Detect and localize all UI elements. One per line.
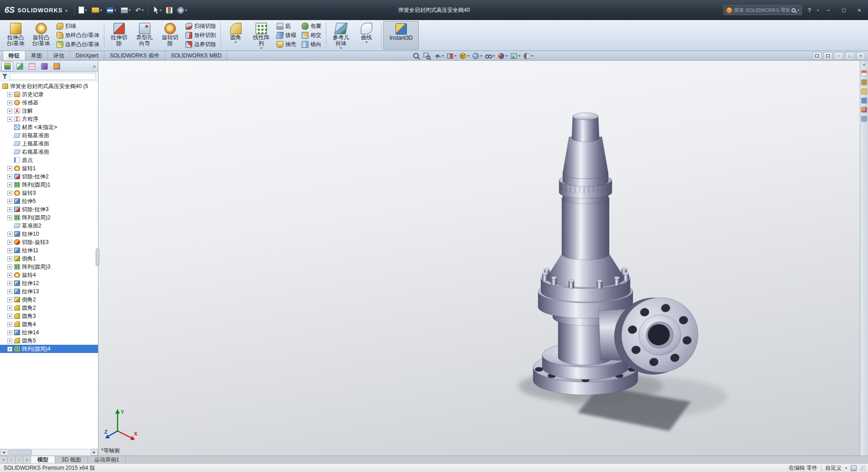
tab-motion-study[interactable]: 运动算例1 <box>88 456 126 463</box>
close-button[interactable]: × <box>853 5 865 15</box>
tree-item[interactable]: 上视基准面 <box>0 140 98 148</box>
doc-restore-button[interactable]: □ <box>845 52 854 60</box>
tree-item[interactable]: 原点 <box>0 156 98 164</box>
app-logo[interactable]: ϐS SOLIDWORKS ▸ <box>0 0 72 20</box>
caret-down-icon[interactable]: ▾ <box>519 54 520 58</box>
expand-icon[interactable]: + <box>7 191 12 196</box>
appearances-icon[interactable] <box>861 107 867 113</box>
tab-propertymanager[interactable] <box>14 62 26 71</box>
caret-down-icon[interactable]: ▾ <box>442 54 444 58</box>
nav-next-button[interactable]: › <box>15 456 23 463</box>
doc-minimize-button[interactable]: − <box>834 52 843 60</box>
apply-scene-button[interactable]: ▾ <box>509 52 521 61</box>
tree-item[interactable]: +拉伸12 <box>0 279 98 287</box>
nav-last-button[interactable]: » <box>23 456 31 463</box>
solidworks-resources-icon[interactable] <box>861 70 867 76</box>
intersect-button[interactable]: 相交 <box>300 31 323 40</box>
sweep-cut-button[interactable]: 扫描切除 <box>184 22 218 31</box>
tab-displaymanager[interactable] <box>51 62 62 71</box>
tree-item[interactable]: +切除-拉伸2 <box>0 172 98 181</box>
tree-item[interactable]: +传感器 <box>0 99 98 107</box>
tree-item[interactable]: +A注解 <box>0 107 98 115</box>
tree-item[interactable]: 基准面2 <box>0 222 98 230</box>
caret-down-icon[interactable]: ▾ <box>365 41 367 44</box>
expand-icon[interactable]: + <box>7 248 12 253</box>
linear-pattern-button[interactable]: 线性阵列▾ <box>248 21 274 50</box>
tree-item[interactable]: +Σ方程序 <box>0 115 98 123</box>
tree-item-selected[interactable]: +阵列(圆周)4 <box>0 345 98 353</box>
tab-dimxpertmanager[interactable] <box>38 62 50 71</box>
view-orientation-button[interactable]: ▾ <box>458 52 470 61</box>
open-button[interactable]: ▾ <box>90 6 104 14</box>
tree-item[interactable]: +圆角5 <box>0 337 98 345</box>
tree-item[interactable]: +拉伸14 <box>0 328 98 337</box>
tab-addins[interactable]: SOLIDWORKS 插件 <box>104 51 165 60</box>
file-explorer-icon[interactable] <box>861 88 867 94</box>
doc-close-button[interactable]: × <box>856 52 865 60</box>
expand-icon[interactable]: + <box>7 273 12 278</box>
expand-icon[interactable]: + <box>7 297 12 302</box>
expand-icon[interactable]: + <box>7 117 12 122</box>
expand-icon[interactable]: + <box>7 306 12 311</box>
sweep-button[interactable]: 扫描 <box>55 22 101 31</box>
tab-dimxpert[interactable]: DimXpert <box>70 51 104 60</box>
expand-icon[interactable]: + <box>7 289 12 294</box>
help-button[interactable]: ? <box>806 6 813 15</box>
options-button[interactable]: ▾ <box>175 5 189 15</box>
expand-icon[interactable]: + <box>7 265 12 270</box>
search-input[interactable] <box>734 7 790 13</box>
tree-item[interactable]: +拉伸11 <box>0 246 98 254</box>
tab-sketch[interactable]: 草图 <box>26 51 48 60</box>
panel-horizontal-scrollbar[interactable]: ◀ ▶ <box>0 449 98 456</box>
reference-geometry-button[interactable]: 参考几何体▾ <box>328 21 354 50</box>
expand-icon[interactable]: + <box>7 314 12 319</box>
task-pane-expand-chevron[interactable]: « <box>863 62 866 67</box>
tree-item[interactable]: +圆角4 <box>0 320 98 328</box>
tree-item[interactable]: +阵列(圆周)3 <box>0 263 98 271</box>
panel-splitter[interactable] <box>96 249 99 266</box>
minimize-button[interactable]: − <box>822 5 834 15</box>
custom-label[interactable]: 自定义 <box>825 464 842 472</box>
hole-wizard-button[interactable]: 异型孔向导 <box>132 21 157 50</box>
tree-item[interactable]: +拉伸10 <box>0 230 98 238</box>
tree-item[interactable]: 右视基准面 <box>0 148 98 156</box>
rebuild-button[interactable] <box>164 5 175 15</box>
scroll-right-button[interactable]: ▶ <box>91 449 98 456</box>
caret-down-icon[interactable]: ▾ <box>506 54 508 58</box>
tree-item[interactable]: +历史记录 <box>0 90 98 99</box>
expand-icon[interactable]: + <box>7 166 12 171</box>
extrude-cut-button[interactable]: 拉伸切除 <box>106 21 132 50</box>
loft-cut-button[interactable]: 放样切割 <box>184 31 218 40</box>
tree-item[interactable]: 材质 <未指定> <box>0 123 98 131</box>
shell-button[interactable]: 抽壳 <box>275 40 298 49</box>
zoom-to-fit-button[interactable] <box>411 52 421 61</box>
extrude-boss-button[interactable]: 拉伸凸台/基体 <box>3 21 28 50</box>
tab-configurationmanager[interactable] <box>26 62 38 71</box>
mirror-button[interactable]: 镜向 <box>300 40 323 49</box>
caret-down-icon[interactable]: ▾ <box>480 54 482 58</box>
expand-icon[interactable]: + <box>7 100 12 105</box>
expand-icon[interactable]: + <box>7 330 12 335</box>
custom-properties-icon[interactable] <box>861 116 867 122</box>
expand-icon[interactable]: + <box>7 232 12 237</box>
tree-item[interactable]: +倒角2 <box>0 296 98 304</box>
graphics-viewport[interactable]: Y X Z *等轴测 <box>98 61 860 456</box>
display-style-button[interactable]: ▾ <box>471 52 483 61</box>
tree-item[interactable]: +切除-拉伸3 <box>0 205 98 213</box>
tab-features[interactable]: 特征 <box>3 51 26 60</box>
curves-button[interactable]: 曲线▾ <box>354 21 379 50</box>
custom-caret-icon[interactable]: ▾ <box>845 466 847 470</box>
expand-icon[interactable]: + <box>7 240 12 245</box>
view-palette-icon[interactable] <box>861 98 867 104</box>
save-button[interactable]: ▾ <box>105 5 118 15</box>
print-button[interactable]: ▾ <box>119 6 133 15</box>
edit-appearance-button[interactable]: ▾ <box>496 52 508 61</box>
tree-item[interactable]: +倒角1 <box>0 254 98 263</box>
tree-item[interactable]: +切除-旋转3 <box>0 238 98 246</box>
tree-item[interactable]: +旋转1 <box>0 164 98 172</box>
maximize-button[interactable]: □ <box>838 5 850 15</box>
rib-button[interactable]: 筋 <box>275 22 298 31</box>
help-caret-icon[interactable]: ▾ <box>817 8 819 12</box>
expand-icon[interactable]: + <box>7 281 12 286</box>
expand-icon[interactable]: + <box>7 109 12 114</box>
